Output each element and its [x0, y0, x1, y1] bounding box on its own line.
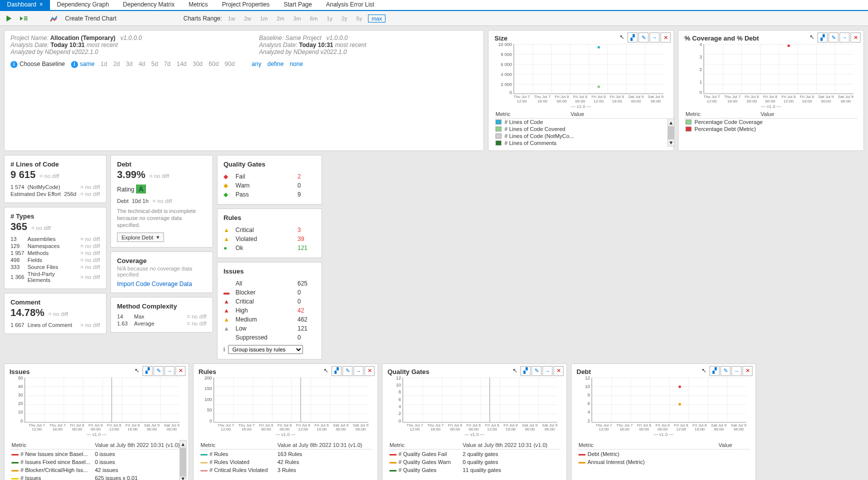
run-icon[interactable] [5, 14, 13, 22]
edit-icon[interactable]: ✎ [154, 366, 164, 376]
tab-dependency-graph[interactable]: Dependency Graph [50, 0, 116, 10]
critical-icon: ▲ [224, 298, 230, 305]
chart-icon[interactable] [50, 14, 58, 22]
create-trend-button[interactable]: Create Trend Chart [65, 15, 116, 22]
add-chart-icon[interactable]: ▞ [142, 366, 152, 376]
range-2y[interactable]: 2y [338, 15, 350, 22]
pill-30d[interactable]: 30d [192, 60, 202, 68]
add-chart-icon[interactable]: ▞ [628, 32, 638, 42]
pill-14d[interactable]: 14d [176, 60, 186, 68]
coverage-debt-chart-card: ↖ ▞ ✎ → ✕ % Coverage and % Debt 4 3 2 1 … [678, 30, 864, 151]
tab-start-page[interactable]: Start Page [276, 0, 319, 10]
cursor-icon[interactable]: ↖ [132, 366, 142, 376]
close-icon[interactable]: ✕ [742, 366, 752, 376]
pill-90d[interactable]: 90d [224, 60, 234, 68]
arrow-icon[interactable]: → [840, 32, 850, 42]
legend-item[interactable]: Percentage Code Coverage [694, 119, 762, 125]
project-name: Allocation (Temporary) [50, 34, 115, 42]
add-chart-icon[interactable]: ▞ [710, 366, 720, 376]
explore-debt-button[interactable]: Explore Debt▾ [117, 232, 164, 242]
pill-define[interactable]: define [268, 60, 284, 68]
run-list-icon[interactable] [20, 14, 28, 22]
chart-area[interactable]: 12108642 [592, 378, 746, 422]
chart-rules: ↖ ▞ ✎ → ✕ Rules 200150100500 Thu Jul 712… [193, 364, 378, 480]
cursor-icon[interactable]: ↖ [700, 366, 708, 376]
pill-1d[interactable]: 1d [100, 60, 107, 68]
close-icon[interactable]: ✕ [850, 32, 860, 42]
tab-dependency-matrix[interactable]: Dependency Matrix [116, 0, 182, 10]
close-icon[interactable]: ✕ [554, 366, 564, 376]
legend-item[interactable]: # Lines of Code [504, 119, 543, 125]
close-icon[interactable]: ✕ [176, 366, 186, 376]
chart-area[interactable]: 50403020100 [24, 378, 180, 422]
chart-area[interactable]: 10 000 8 000 6 000 4 000 2 000 0 [514, 44, 664, 94]
chart-area[interactable]: 4 3 2 1 0 [704, 44, 854, 94]
edit-icon[interactable]: ✎ [342, 366, 352, 376]
range-2w[interactable]: 2w [241, 15, 254, 22]
edit-icon[interactable]: ✎ [532, 366, 542, 376]
chart-area[interactable]: 121086420 [402, 378, 558, 422]
tab-project-properties[interactable]: Project Properties [215, 0, 276, 10]
quality-gates-card: Quality Gates ◆Fail2 ◆Warn0 ◆Pass9 [217, 155, 322, 204]
group-issues-select[interactable]: Group issues by rules [228, 345, 303, 354]
range-1w[interactable]: 1w [225, 15, 238, 22]
close-icon[interactable]: ✕ [364, 366, 374, 376]
debt-card: Debt 3.99%= no diff Rating A Debt 10d 1h… [110, 155, 213, 248]
chart-area[interactable]: 200150100500 [214, 378, 368, 422]
baseline-label: Baseline: [259, 34, 284, 42]
tab-analysis-errors[interactable]: Analysis Error List [319, 0, 382, 10]
range-3m[interactable]: 3m [290, 15, 304, 22]
edit-icon[interactable]: ✎ [720, 366, 730, 376]
arrow-icon[interactable]: → [542, 366, 552, 376]
pill-5d[interactable]: 5d [152, 60, 158, 68]
close-icon[interactable]: ✕ [660, 32, 670, 42]
pill-2d[interactable]: 2d [113, 60, 120, 68]
cursor-icon[interactable]: ↖ [510, 366, 520, 376]
tab-dashboard[interactable]: Dashboard× [0, 0, 50, 10]
edit-icon[interactable]: ✎ [638, 32, 648, 42]
legend-item[interactable]: # Lines of Code (NotMyCo... [504, 133, 574, 139]
legend-item[interactable]: # Lines of Code Covered [504, 126, 566, 132]
choose-baseline-link[interactable]: iChoose Baseline [10, 60, 65, 68]
range-6m[interactable]: 6m [307, 15, 320, 22]
arrow-icon[interactable]: → [650, 32, 660, 42]
legend-item[interactable]: # Lines of Comments [504, 140, 556, 146]
y-tick: 0 [495, 90, 512, 95]
range-1m[interactable]: 1m [257, 15, 270, 22]
pill-same[interactable]: isame [71, 60, 94, 68]
scrollbar[interactable]: ▴▾ [668, 118, 674, 146]
pill-none[interactable]: none [290, 60, 303, 68]
add-chart-icon[interactable]: ▞ [520, 366, 530, 376]
import-coverage-link[interactable]: Import Code Coverage Data [117, 280, 206, 288]
range-1y[interactable]: 1y [324, 15, 336, 22]
cursor-icon[interactable]: ↖ [618, 32, 626, 42]
pill-7d[interactable]: 7d [164, 60, 170, 68]
arrow-icon[interactable]: → [354, 366, 364, 376]
card-title: Coverage [117, 257, 206, 264]
arrow-icon[interactable]: → [732, 366, 742, 376]
card-title: # Lines of Code [10, 160, 100, 168]
svg-marker-0 [6, 16, 12, 22]
cursor-icon[interactable]: ↖ [808, 32, 816, 42]
scrollbar[interactable]: ▴▾ [180, 440, 186, 480]
range-max[interactable]: max [368, 14, 386, 22]
pill-3d[interactable]: 3d [126, 60, 132, 68]
arrow-icon[interactable]: → [164, 366, 174, 376]
pass-icon: ◆ [224, 191, 230, 198]
add-chart-icon[interactable]: ▞ [332, 366, 342, 376]
pill-4d[interactable]: 4d [138, 60, 145, 68]
y-tick: 8 000 [495, 52, 512, 57]
add-chart-icon[interactable]: ▞ [818, 32, 828, 42]
legend-table: MetricValue at July 8th 2022 10:31 (v1.0… [10, 440, 184, 480]
complexity-card: Method Complexity 14Max= no diff 1.63Ave… [110, 297, 213, 332]
range-5y[interactable]: 5y [354, 15, 366, 22]
edit-icon[interactable]: ✎ [828, 32, 838, 42]
card-title: Issues [224, 268, 316, 275]
cursor-icon[interactable]: ↖ [322, 366, 330, 376]
pill-60d[interactable]: 60d [208, 60, 218, 68]
range-2m[interactable]: 2m [274, 15, 288, 22]
close-icon[interactable]: × [40, 1, 43, 8]
pill-any[interactable]: any [252, 60, 261, 68]
legend-item[interactable]: Percentage Debt (Metric) [694, 126, 756, 132]
tab-metrics[interactable]: Metrics [182, 0, 215, 10]
